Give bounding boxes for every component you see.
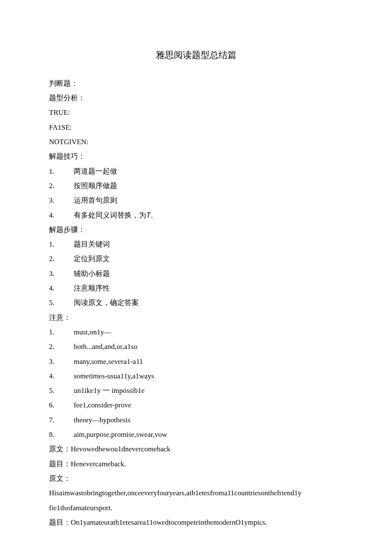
list-item: 7. theory—hypothesis [49, 413, 343, 427]
list-number: 4. [49, 209, 74, 222]
list-text: 题目关键词 [74, 238, 343, 251]
list-number: 3. [49, 355, 74, 369]
list-item: 1. must,on1y— [49, 325, 343, 339]
list-item: 1. 两道题一起做 [49, 165, 343, 178]
list-number: 2. [49, 252, 74, 266]
list-item: 3. 运用首句原则 [49, 194, 343, 207]
list-item: 5. 阅读原文，确定答案 [49, 296, 343, 310]
list-number: 5. [49, 296, 74, 310]
list-item: 2. 定位到原文 [49, 252, 343, 266]
list-text: theory—hypothesis [74, 413, 343, 427]
list-text: un1ike1y 一 impossib1e [74, 384, 343, 398]
list-item: 5. un1ike1y 一 impossib1e [49, 384, 343, 398]
list-number: 1. [49, 165, 74, 178]
list-text: 两道题一起做 [74, 165, 343, 178]
list-text: 定位到原文 [74, 252, 343, 266]
list-text-post: 。 [150, 211, 158, 219]
list-number: 8. [49, 428, 74, 442]
list-item: 4. 有多处同义词替换，为T。 [49, 209, 343, 222]
list-text: many,some,severa1-a11 [74, 355, 343, 369]
judge-label: 判断题： [49, 77, 343, 90]
steps-label: 解题步骤： [49, 223, 343, 237]
example2-question: 题目：On1yamateurath1etesarea11owedtocompet… [49, 516, 343, 529]
list-text: must,on1y— [74, 325, 343, 339]
list-text: both...and,and,or,a1so [74, 340, 343, 354]
list-text: 有多处同义词替换，为T。 [74, 209, 343, 222]
example2-source-line2: fie1dsofamateursport. [49, 501, 343, 515]
list-text: sometimes-usua11y,a1ways [74, 369, 343, 383]
example2-source-line1: Hisaimwastobringtogether,onceeveryfourye… [49, 486, 343, 500]
list-item: 2. 按照顺序做题 [49, 179, 343, 193]
list-text: 辅助小标题 [74, 267, 343, 281]
list-number: 2. [49, 340, 74, 354]
list-number: 5. [49, 384, 74, 398]
list-text: 运用首句原则 [74, 194, 343, 207]
list-text-pre: 有多处同义词替换，为 [74, 211, 146, 219]
list-item: 1. 题目关键词 [49, 238, 343, 251]
list-text: 按照顺序做题 [74, 179, 343, 193]
true-label: TRUE: [49, 106, 343, 119]
example2-source-label: 原文： [49, 472, 343, 485]
list-number: 1. [49, 325, 74, 339]
page-title: 雅思阅读题型总结篇 [49, 47, 343, 64]
list-number: 3. [49, 267, 74, 281]
list-text-t: T [146, 211, 150, 219]
list-item: 8. aim,purpose,promise,swear,vow [49, 428, 343, 442]
list-item: 4. 注意顺序性 [49, 282, 343, 295]
list-text: fee1,consider-prove [74, 398, 343, 412]
type-analysis-label: 题型分析： [49, 91, 343, 105]
list-number: 3. [49, 194, 74, 207]
list-item: 3. 辅助小标题 [49, 267, 343, 281]
example1-question: 题目：Henevercameback. [49, 457, 343, 471]
list-item: 4. sometimes-usua11y,a1ways [49, 369, 343, 383]
list-item: 3. many,some,severa1-a11 [49, 355, 343, 369]
list-item: 6. fee1,consider-prove [49, 398, 343, 412]
notgiven-label: NOTGIVEN: [49, 135, 343, 149]
example1-source: 原文：Hevowedhewou1dnevercomeback [49, 442, 343, 456]
list-number: 4. [49, 282, 74, 295]
list-number: 2. [49, 179, 74, 193]
list-number: 4. [49, 369, 74, 383]
list-number: 1. [49, 238, 74, 251]
false-label: FA1SE: [49, 121, 343, 134]
skills-label: 解题技巧： [49, 150, 343, 163]
list-item: 2. both...and,and,or,a1so [49, 340, 343, 354]
list-number: 7. [49, 413, 74, 427]
list-text: 阅读原文，确定答案 [74, 296, 343, 310]
list-text: aim,purpose,promise,swear,vow [74, 428, 343, 442]
list-number: 6. [49, 398, 74, 412]
list-text: 注意顺序性 [74, 282, 343, 295]
notes-label: 注意： [49, 311, 343, 325]
